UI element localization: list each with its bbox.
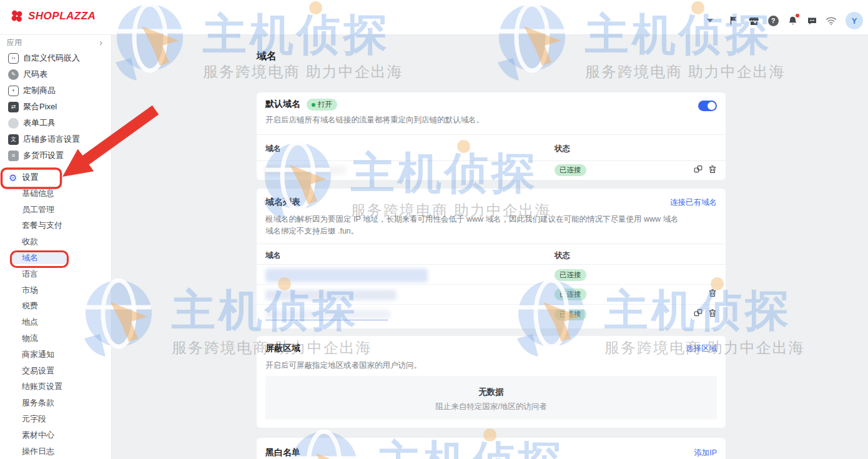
card-description-line1: 根域名的解析因为要固定 IP 地址，长期来看可用性会低于 www 域名，因此我们… — [265, 214, 679, 225]
card-description: 开启后店铺所有域名链接的流量都将重定向到店铺的默认域名。 — [265, 115, 484, 126]
domain-list-card: 域名列表 连接已有域名 根域名的解析因为要固定 IP 地址，长期来看可用性会低于… — [257, 189, 726, 328]
language-icon: 文 — [8, 134, 19, 145]
page-title: 域名 — [257, 50, 277, 63]
sidebar-item-transaction[interactable]: 交易设置 — [0, 363, 111, 379]
form-tool-icon — [8, 118, 19, 129]
sidebar-item-plan-payment[interactable]: 套餐与支付 — [0, 218, 111, 234]
status-badge-connected: 已连接 — [555, 289, 586, 300]
custom-code-icon: ‹› — [8, 53, 19, 64]
card-title: 域名列表 — [265, 197, 300, 208]
help-icon[interactable]: ? — [767, 15, 779, 26]
blocked-regions-card: 屏蔽区域 选择区域 开启后可屏蔽指定地区或者国家的用户访问。 无数据 阻止来自特… — [257, 336, 726, 428]
sidebar-item-label: 表单工具 — [23, 117, 56, 129]
redacted-domain-name — [265, 310, 390, 319]
watermark-tagline: 服务跨境电商 助力中企出海 — [585, 62, 786, 82]
swap-domain-icon[interactable] — [694, 165, 703, 174]
chat-icon[interactable] — [806, 15, 817, 26]
sidebar-item-operation-log[interactable]: 操作日志 — [0, 443, 111, 459]
gear-icon: ⚙ — [9, 173, 17, 182]
card-description: 开启后可屏蔽指定地区或者国家的用户访问。 — [265, 360, 422, 371]
sidebar: 应用 › ‹› 自定义代码嵌入 ✎ 尺码表 + 定制商品 ⇄ 聚合Pixel 表… — [0, 35, 112, 459]
store-icon[interactable] — [748, 15, 759, 26]
delete-icon[interactable] — [708, 165, 717, 174]
shoplazza-logo-icon — [10, 9, 24, 23]
sidebar-item-terms[interactable]: 服务条款 — [0, 395, 111, 411]
swap-domain-icon[interactable] — [694, 308, 703, 317]
sidebar-item-basic-info[interactable]: 基础信息 — [0, 185, 111, 202]
pencil-icon: ✎ — [8, 69, 19, 80]
default-domain-card: 默认域名 打开 开启后店铺所有域名链接的流量都将重定向到店铺的默认域名。 域名 … — [257, 92, 726, 180]
delete-icon[interactable] — [708, 308, 717, 317]
notifications-bell-icon[interactable] — [787, 15, 798, 26]
sidebar-item-custom-product[interactable]: + 定制商品 — [0, 82, 111, 99]
sidebar-item-checkout[interactable]: 结账页设置 — [0, 379, 111, 395]
chevron-right-icon: › — [99, 37, 102, 47]
sidebar-item-locations[interactable]: 地点 — [0, 314, 111, 330]
custom-product-icon: + — [8, 86, 19, 96]
sidebar-section-apps[interactable]: 应用 › — [0, 35, 111, 50]
notification-dot — [796, 14, 799, 17]
sidebar-item-settings[interactable]: ⚙ 设置 — [0, 169, 111, 185]
sidebar-item-taxes[interactable]: 税费 — [0, 299, 111, 315]
selected-highlight — [12, 251, 67, 264]
green-dot-icon — [312, 103, 315, 107]
column-header-status: 状态 — [555, 144, 570, 154]
connect-existing-domain-link[interactable]: 连接已有域名 — [670, 197, 717, 208]
sidebar-item-label: 聚合Pixel — [23, 101, 57, 112]
sidebar-item-multicurrency[interactable]: ¤ 多货币设置 — [0, 147, 111, 164]
sidebar-item-metafields[interactable]: 元字段 — [0, 411, 111, 427]
black-white-list-card: 黑白名单 添加IP — [257, 438, 726, 459]
sidebar-item-multilanguage[interactable]: 文 店铺多语言设置 — [0, 131, 111, 147]
sidebar-item-shipping[interactable]: 物流 — [0, 330, 111, 347]
apps-section-label: 应用 — [7, 37, 22, 48]
shoplazza-logo[interactable]: SHOPLAZZA — [10, 9, 96, 23]
redacted-domain-name — [265, 290, 397, 300]
default-domain-toggle[interactable] — [698, 101, 717, 111]
sidebar-item-markets[interactable]: 市场 — [0, 282, 111, 299]
redacted-domain-name — [265, 269, 428, 282]
sidebar-item-merchant-notice[interactable]: 商家通知 — [0, 347, 111, 363]
sidebar-item-pixel[interactable]: ⇄ 聚合Pixel — [0, 99, 111, 115]
status-badge-connected: 已连接 — [555, 269, 586, 281]
add-ip-link[interactable]: 添加IP — [694, 448, 717, 458]
sidebar-item-languages[interactable]: 语言 — [0, 266, 111, 282]
card-title: 黑白名单 — [265, 447, 300, 458]
column-header-domain: 域名 — [265, 250, 281, 261]
watermark-tagline: 服务跨境电商 助力中企出海 — [203, 62, 403, 82]
card-title: 屏蔽区域 — [265, 343, 300, 354]
delete-icon[interactable] — [708, 289, 717, 297]
status-badge-connected: 已连接 — [555, 164, 586, 176]
select-region-link[interactable]: 选择区域 — [686, 343, 717, 354]
user-avatar[interactable]: Y — [846, 12, 863, 29]
empty-state-description: 阻止来自特定国家/地区的访问者 — [265, 402, 717, 412]
empty-state-title: 无数据 — [265, 387, 717, 398]
currency-icon: ¤ — [8, 151, 19, 161]
sidebar-item-size-chart[interactable]: ✎ 尺码表 — [0, 66, 111, 82]
sidebar-item-label: 定制商品 — [23, 85, 56, 96]
pixel-icon: ⇄ — [8, 102, 19, 112]
status-badge-open: 打开 — [307, 99, 337, 111]
sidebar-item-label: 自定义代码嵌入 — [23, 52, 80, 64]
settings-label: 设置 — [22, 172, 38, 183]
sidebar-item-staff[interactable]: 员工管理 — [0, 202, 111, 218]
status-badge-connected: 已连接 — [555, 308, 586, 320]
card-title: 默认域名 — [265, 99, 300, 110]
top-header: SHOPLAZZA ? Y — [0, 0, 868, 35]
column-header-domain: 域名 — [265, 144, 281, 154]
card-description-line2: 域名绑定不支持后缀 .fun。 — [265, 226, 358, 237]
empty-state: 无数据 阻止来自特定国家/地区的访问者 — [265, 376, 717, 420]
sidebar-item-payouts[interactable]: 收款 — [0, 234, 111, 250]
sidebar-item-media-center[interactable]: 素材中心 — [0, 427, 111, 443]
caret-down-icon[interactable] — [704, 15, 716, 26]
sidebar-item-form-tool[interactable]: 表单工具 — [0, 115, 111, 131]
sidebar-item-custom-code[interactable]: ‹› 自定义代码嵌入 — [0, 50, 111, 66]
logo-text: SHOPLAZZA — [28, 10, 96, 22]
sidebar-item-domains[interactable]: 域名 — [0, 250, 111, 266]
redacted-domain-link-underline — [265, 320, 388, 320]
wifi-icon[interactable] — [826, 15, 837, 26]
app-window: SHOPLAZZA ? Y 应用 › ‹› 自定义代码嵌入 — [0, 0, 868, 459]
column-header-status: 状态 — [555, 250, 570, 261]
redacted-domain-name — [265, 165, 347, 175]
sidebar-item-label: 店铺多语言设置 — [23, 134, 80, 145]
flag-icon[interactable] — [728, 15, 739, 26]
